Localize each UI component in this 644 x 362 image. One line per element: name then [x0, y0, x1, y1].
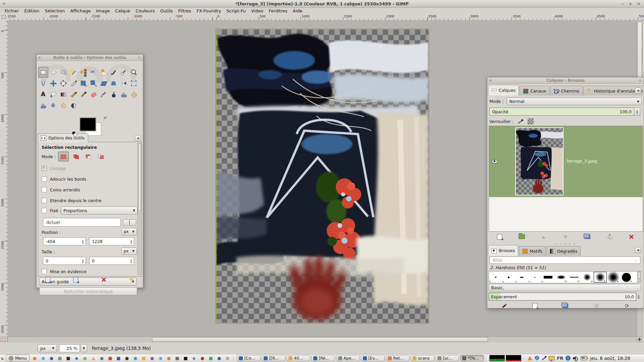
menu-item-image[interactable]: Image [93, 8, 112, 14]
spacing-slider[interactable]: Espacement 10,0 [489, 293, 636, 301]
mode-replace-button[interactable] [58, 152, 69, 162]
duplicate-layer-button[interactable] [584, 233, 591, 240]
menu-item-outils[interactable]: Outils [158, 8, 176, 14]
tool-airbrush[interactable] [99, 89, 109, 100]
brush-item[interactable]: + [554, 272, 568, 283]
lock-pixels-icon[interactable] [518, 119, 524, 124]
unit-dropdown[interactable]: px▼ [38, 344, 57, 352]
clock[interactable]: jeu. 6 août, 18:28 [590, 356, 630, 361]
mode-subtract-button[interactable] [84, 152, 94, 161]
anchor-layer-button[interactable] [606, 233, 613, 240]
vertical-ruler[interactable]: 0500100015002000250030003500 [0, 20, 8, 337]
tool-clone[interactable] [119, 89, 129, 100]
spacing-spinner[interactable]: ▲▼ [636, 293, 641, 301]
menu-item-selection[interactable]: Sélection [42, 8, 67, 14]
launcher-icon-20[interactable]: ◆ [190, 355, 198, 362]
launcher-icon-14[interactable]: ■ [140, 355, 148, 362]
brush-item[interactable]: + [620, 272, 633, 283]
taskbar-window-9[interactable]: [sc... [435, 355, 459, 361]
taskbar-expand-icon[interactable] [1, 357, 4, 360]
layer-name[interactable]: ferrage_3.jpeg [567, 159, 597, 164]
tool-cage-transform[interactable] [129, 78, 139, 89]
antialias-checkbox[interactable] [42, 166, 47, 171]
brush-item[interactable] [515, 272, 528, 283]
brush-strip[interactable]: ++++++ [489, 271, 638, 283]
layer-list[interactable]: ferrage_3.jpeg [489, 126, 643, 232]
taskbar-window-5[interactable]: Ape... [336, 355, 360, 361]
brush-item[interactable] [502, 272, 515, 283]
collapse-icon[interactable]: ▼ [489, 79, 491, 82]
tool-dodge-burn[interactable] [68, 100, 78, 111]
brush-filter-input[interactable]: filtre ⌄ [489, 256, 640, 264]
menu-item-couleurs[interactable]: Couleurs [133, 8, 157, 14]
horizontal-ruler[interactable]: -2500-2000-1500-1000-5000500100015002000… [7, 14, 644, 20]
layers-brushes-window[interactable]: ▼ Calques - Brosses ✕ CalquesCanauxChemi… [487, 77, 644, 308]
mode-add-button[interactable] [71, 152, 81, 161]
zoom-input[interactable]: 25 % [59, 344, 80, 352]
tool-shear[interactable] [99, 78, 109, 89]
menu-item-calque[interactable]: Calque [112, 8, 133, 14]
edit-brush-button[interactable] [500, 302, 508, 309]
spinner-arrows[interactable]: ▲▼ [129, 238, 133, 245]
brush-item[interactable]: + [581, 272, 594, 283]
duplicate-brush-button[interactable] [562, 302, 569, 309]
tool-paintbrush[interactable] [78, 89, 89, 100]
raise-layer-button[interactable]: ▲ [540, 233, 547, 240]
tool-fuzzy-select[interactable] [68, 67, 78, 78]
menu-item-filtres[interactable]: Filtres [175, 8, 194, 14]
launcher-icon-12[interactable]: ● [123, 355, 131, 362]
launcher-icon-22[interactable]: ■ [207, 355, 215, 362]
brush-item[interactable]: + [594, 272, 607, 283]
tool-free-select[interactable] [58, 67, 68, 78]
launcher-icon-2[interactable]: ◉ [39, 355, 47, 362]
opacity-spinner[interactable]: ▲▼ [634, 108, 640, 116]
options-scrollbar[interactable] [138, 142, 141, 275]
launcher-icon-11[interactable]: ■ [114, 355, 122, 362]
battery-icon[interactable] [581, 356, 587, 360]
network-monitor[interactable] [506, 355, 521, 361]
launcher-icon-24[interactable]: ◉ [223, 355, 231, 362]
gimp-titlebar[interactable]: ▼ *[ferrage_3] (importée)-1.0 (Couleur R… [0, 0, 644, 8]
mode-intersect-button[interactable] [96, 152, 106, 161]
rounded-corners-row[interactable]: Coins arrondis [42, 187, 80, 192]
brush-collection-dropdown[interactable]: Basic, ⌄ [489, 284, 641, 291]
launcher-icon-9[interactable]: ● [98, 355, 106, 362]
tool-move[interactable] [48, 78, 58, 89]
image-canvas[interactable] [216, 29, 428, 323]
tool-pencil[interactable] [68, 89, 78, 100]
ruler-corner-button[interactable] [0, 14, 8, 20]
spinner-arrows[interactable]: ▲▼ [81, 258, 85, 264]
gimp-tray-icon[interactable] [541, 356, 546, 361]
size-width-spinbox[interactable]: 0 ▲▼ [43, 257, 86, 265]
highlight-row[interactable]: Mise en évidence [42, 269, 87, 274]
spinner-arrows[interactable]: ▲▼ [129, 258, 133, 264]
default-colors-icon[interactable] [72, 132, 77, 136]
tool-perspective[interactable] [109, 78, 119, 89]
tool-bucket-fill[interactable] [48, 89, 58, 100]
volume-icon[interactable] [573, 356, 578, 361]
menu-item-affichage[interactable]: Affichage [67, 8, 93, 14]
layer-row[interactable]: ferrage_3.jpeg [489, 126, 643, 197]
highlight-checkbox[interactable] [42, 269, 47, 274]
tab-chemins[interactable]: Chemins [550, 86, 582, 96]
layers-titlebar[interactable]: ▼ Calques - Brosses ✕ [487, 77, 644, 84]
launcher-icon-15[interactable]: ● [148, 355, 156, 362]
toolbox-window[interactable]: ▼ Boîte à outils - Options des outils ✕ … [36, 54, 143, 288]
menu-item-video[interactable]: Video [248, 8, 266, 14]
tool-foreground-select[interactable] [99, 67, 109, 78]
lower-layer-button[interactable]: ▼ [562, 233, 569, 240]
restore-options-button[interactable] [72, 276, 79, 283]
fixed-dropdown[interactable]: Proportions ▼ [61, 206, 138, 215]
portrait-button[interactable] [123, 219, 129, 226]
delete-layer-button[interactable] [628, 233, 635, 240]
menu-item-aide[interactable]: Aide [290, 8, 305, 14]
maximize-button[interactable]: + [629, 1, 632, 6]
collapse-icon[interactable]: ▼ [39, 56, 41, 59]
tab-degrades[interactable]: Dégradés [546, 246, 581, 256]
position-unit-dropdown[interactable]: px ▼ [121, 228, 137, 235]
size-height-spinbox[interactable]: 0 ▲▼ [89, 257, 134, 265]
delete-brush-button[interactable] [593, 302, 600, 309]
fixed-row[interactable]: Fixé : Proportions ▼ [42, 208, 61, 213]
rounded-corners-checkbox[interactable] [42, 187, 47, 192]
menu-item-fxfoundry[interactable]: FX-Foundry [194, 8, 224, 14]
